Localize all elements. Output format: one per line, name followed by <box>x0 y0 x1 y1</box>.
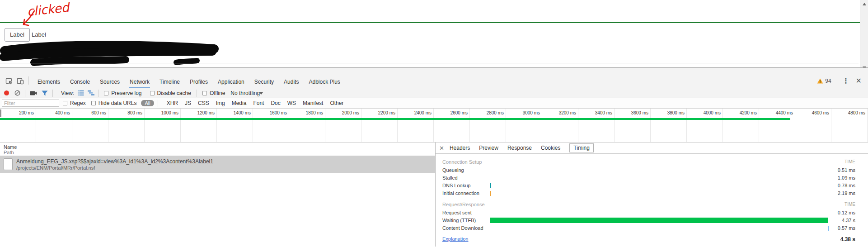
ruler-tick-2800-ms: 2800 ms <box>470 109 506 142</box>
filter-type-img[interactable]: Img <box>216 100 225 106</box>
timing-value: 2.19 ms <box>838 190 855 196</box>
document-icon <box>4 158 13 170</box>
hide-data-urls-checkbox[interactable] <box>91 101 96 105</box>
timing-label: Request sent <box>442 210 472 215</box>
disable-cache-checkbox[interactable] <box>150 91 155 95</box>
filter-type-css[interactable]: CSS <box>198 100 209 106</box>
timing-label: DNS Lookup <box>442 183 470 188</box>
ruler-tick-3000-ms: 3000 ms <box>506 109 542 142</box>
regex-label[interactable]: Regex <box>70 100 86 106</box>
ruler-tick-4400-ms: 4400 ms <box>759 109 795 142</box>
filter-type-ws[interactable]: WS <box>287 100 296 106</box>
timing-row-request-sent: Request sent0.12 ms <box>436 209 868 217</box>
filter-funnel-icon[interactable] <box>42 90 48 96</box>
timing-bar <box>490 218 828 223</box>
timing-tick <box>490 176 490 180</box>
record-button[interactable] <box>4 90 9 95</box>
filmstrip-camera-icon[interactable] <box>30 90 37 96</box>
tab-timeline[interactable]: Timeline <box>159 76 180 88</box>
tab-audits[interactable]: Audits <box>283 76 299 88</box>
detail-tab-headers[interactable]: Headers <box>450 145 470 151</box>
scrollbar-up-icon[interactable] <box>863 3 866 5</box>
filter-type-doc[interactable]: Doc <box>271 100 280 106</box>
tab-application[interactable]: Application <box>217 76 245 88</box>
timing-tick <box>828 226 829 231</box>
detail-tab-timing[interactable]: Timing <box>569 143 594 152</box>
page-scrollbar[interactable] <box>860 0 868 71</box>
explanation-link[interactable]: Explanation <box>442 236 469 242</box>
ruler-tick-4000-ms: 4000 ms <box>687 109 723 142</box>
timing-tick <box>490 210 490 215</box>
filterbar-divider <box>158 100 158 107</box>
path-column-header[interactable]: Path <box>4 150 14 155</box>
ruler-tick-400-ms: 400 ms <box>36 109 72 142</box>
request-list: Name Path Anmeldung_EEG_JS.xsp?$$ajaxid=… <box>0 142 435 247</box>
timing-row-initial-connection: Initial connection2.19 ms <box>436 190 868 197</box>
filter-input[interactable] <box>2 100 59 107</box>
ruler-tick-2600-ms: 2600 ms <box>434 109 470 142</box>
label-button[interactable]: Label <box>5 28 30 42</box>
timing-row-waiting-ttfb: Waiting (TTFB)4.37 s <box>436 217 868 224</box>
ruler-tick-3200-ms: 3200 ms <box>542 109 578 142</box>
clear-icon[interactable] <box>14 90 20 96</box>
detail-tab-response[interactable]: Response <box>507 145 532 151</box>
ruler-tick-4800-ms: 4800 ms <box>831 109 868 142</box>
filter-type-font[interactable]: Font <box>253 100 264 106</box>
regex-checkbox[interactable] <box>63 101 67 105</box>
timing-value: 0.12 ms <box>838 210 855 215</box>
detail-tab-cookies[interactable]: Cookies <box>541 145 560 151</box>
timing-tick <box>490 191 491 196</box>
preserve-log-checkbox[interactable] <box>104 91 108 95</box>
ruler-tick-2200-ms: 2200 ms <box>361 109 398 142</box>
preserve-log-label[interactable]: Preserve log <box>111 90 141 96</box>
tab-sources[interactable]: Sources <box>99 76 120 88</box>
name-column-header[interactable]: Name <box>4 144 17 150</box>
device-toolbar-icon[interactable] <box>17 77 24 85</box>
timing-label: Queueing <box>442 167 464 173</box>
ruler-tick-1800-ms: 1800 ms <box>289 109 325 142</box>
view-list-icon[interactable] <box>78 90 84 95</box>
tab-profiles[interactable]: Profiles <box>189 76 208 88</box>
timing-tick <box>490 168 490 173</box>
ruler-tick-2000-ms: 2000 ms <box>325 109 361 142</box>
timing-section-header-connection-setup: Connection SetupTIME <box>436 159 868 166</box>
ruler-tick-4600-ms: 4600 ms <box>795 109 831 142</box>
detail-tab-preview[interactable]: Preview <box>479 145 498 151</box>
timing-panel: Connection SetupTIMEQueueing0.51 msStall… <box>436 154 868 244</box>
ruler-tick-600-ms: 600 ms <box>72 109 108 142</box>
hide-data-urls-label[interactable]: Hide data URLs <box>99 100 137 106</box>
filter-type-all[interactable]: All <box>141 100 154 106</box>
filter-type-manifest[interactable]: Manifest <box>303 100 323 106</box>
time-column-header: TIME <box>845 159 855 164</box>
tab-adblock-plus[interactable]: Adblock Plus <box>308 76 340 88</box>
offline-label[interactable]: Offline <box>210 90 225 96</box>
ruler-tick-1200-ms: 1200 ms <box>181 109 217 142</box>
request-detail-panel: ✕ HeadersPreviewResponseCookiesTiming Co… <box>435 142 868 247</box>
timing-value: 0.51 ms <box>838 167 855 173</box>
view-waterfall-icon[interactable] <box>88 90 94 95</box>
toolbar-divider-2 <box>52 90 53 97</box>
tab-security[interactable]: Security <box>254 76 274 88</box>
filter-type-media[interactable]: Media <box>232 100 247 106</box>
filter-type-js[interactable]: JS <box>185 100 191 106</box>
filter-type-other[interactable]: Other <box>330 100 343 106</box>
disable-cache-label[interactable]: Disable cache <box>157 90 191 96</box>
tab-elements[interactable]: Elements <box>37 76 61 88</box>
table-row[interactable]: Anmeldung_EEG_JS.xsp?$$ajaxid=view%3A_id… <box>0 156 435 173</box>
devtools-menu-kebab-icon[interactable]: ⋮ <box>839 77 853 85</box>
devtools-tabs: ElementsConsoleSourcesNetworkTimelinePro… <box>33 76 345 88</box>
timing-row-queueing: Queueing0.51 ms <box>436 166 868 174</box>
tab-console[interactable]: Console <box>70 76 90 88</box>
devtools-close-icon[interactable]: ✕ <box>853 76 864 85</box>
inspect-element-icon[interactable] <box>5 77 13 85</box>
tab-network[interactable]: Network <box>129 76 150 88</box>
throttling-dropdown-icon[interactable] <box>259 92 263 95</box>
offline-checkbox[interactable] <box>202 91 207 95</box>
console-warning-badge[interactable]: 94 <box>817 78 831 84</box>
filter-type-xhr[interactable]: XHR <box>167 100 178 106</box>
devtools-tabbar: ElementsConsoleSourcesNetworkTimelinePro… <box>0 68 868 88</box>
detail-close-icon[interactable]: ✕ <box>439 145 444 152</box>
timing-row-content-download: Content Download0.57 ms <box>436 224 868 232</box>
timing-label: Waiting (TTFB) <box>442 218 476 223</box>
throttling-select[interactable]: No throttling <box>230 90 260 96</box>
